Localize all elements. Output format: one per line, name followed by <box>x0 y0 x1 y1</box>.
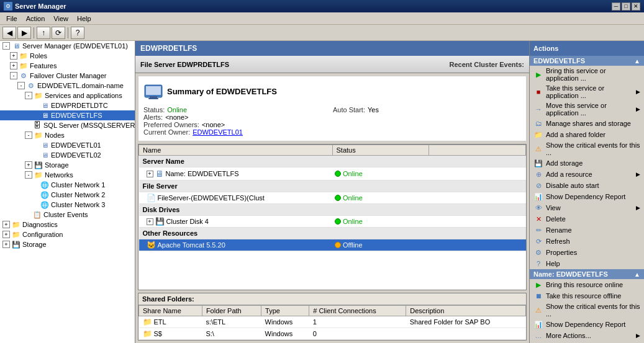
tree-item-net1[interactable]: 🌐 Cluster Network 1 <box>0 180 135 190</box>
resource-row-servername[interactable]: + 🖥 Name: EDWDEVETLFS Online <box>139 167 526 180</box>
sf-row-s[interactable]: 📁 S$ S:\ Windows 0 <box>139 328 526 340</box>
servername-text: Name: EDWDEVETLFS <box>166 170 239 177</box>
expand-icon-domain[interactable]: - <box>17 82 25 89</box>
action-refresh[interactable]: ⟳ Refresh <box>530 236 644 247</box>
resource-row-tomcat[interactable]: 🐱 Apache Tomcat 5.5.20 Offline <box>139 239 526 251</box>
action-view[interactable]: 👁 View ▶ <box>530 202 644 213</box>
refresh-toolbar-button[interactable]: ⟳ <box>52 27 65 39</box>
preferred-label: Preferred Owners: <box>143 121 199 128</box>
menu-view[interactable]: View <box>50 14 72 24</box>
expand-icon-configuration[interactable]: + <box>2 231 10 238</box>
tree-item-domain[interactable]: - ⚙ EDWDEVETL.domain-name <box>0 81 135 91</box>
resource-name-tomcat: 🐱 Apache Tomcat 5.5.20 <box>139 239 333 251</box>
action-more-actions[interactable]: … More Actions... ▶ <box>530 330 644 341</box>
expand-icon-failover[interactable]: - <box>10 72 17 79</box>
tree-item-sqlserver[interactable]: 🗄 SQL Server (MSSQLSERVER) <box>0 120 135 130</box>
maximize-button[interactable]: □ <box>622 2 630 11</box>
expand-icon-features[interactable]: + <box>10 62 17 69</box>
tree-item-diagnostics[interactable]: + 📁 Diagnostics <box>0 220 135 229</box>
expand-server-name[interactable]: + <box>147 171 153 177</box>
action-add-resource[interactable]: ⊕ Add a resource ▶ <box>530 169 644 180</box>
back-button[interactable]: ◀ <box>2 27 16 39</box>
expand-icon-networks[interactable]: - <box>25 171 32 179</box>
up-button[interactable]: ↑ <box>37 27 50 39</box>
sf-col-description: Description <box>406 305 526 316</box>
expand-disk[interactable]: + <box>147 218 153 225</box>
menu-action[interactable]: Action <box>22 14 49 24</box>
tree-label-roles: Roles <box>30 52 47 60</box>
tree-item-services[interactable]: - 📁 Services and applications <box>0 91 135 100</box>
tree-label-clusterevents: Cluster Events <box>43 211 88 218</box>
menu-file[interactable]: File <box>2 14 21 24</box>
expand-icon-storage-cluster[interactable]: + <box>25 161 32 169</box>
tree-item-root[interactable]: - 🖥 Server Manager (EDWDEVETL01) <box>0 41 135 51</box>
resource-name-disk: + 💾 Cluster Disk 4 <box>139 216 333 228</box>
action-properties[interactable]: ⚙ Properties <box>530 247 644 258</box>
tree-item-net2[interactable]: 🌐 Cluster Network 2 <box>0 190 135 200</box>
expand-icon-nodes[interactable]: - <box>25 131 32 139</box>
actions-section2-title[interactable]: Name: EDWDEVETLFS ▲ <box>530 269 644 279</box>
tree-item-roles[interactable]: + 📁 Roles <box>0 51 135 61</box>
resource-row-disk[interactable]: + 💾 Cluster Disk 4 Online <box>139 216 526 228</box>
dependency-resource-icon: 📊 <box>533 320 543 329</box>
tree-item-edwprdtc[interactable]: 🖥 EDWPRDETLDTC <box>0 100 135 110</box>
sf-icon-s: 📁 <box>143 329 152 338</box>
sf-col-path: Folder Path <box>202 305 261 316</box>
action-manage-shares[interactable]: 🗂 Manage shares and storage <box>530 118 644 129</box>
action-show-critical[interactable]: ⚠ Show the critical events for this ... <box>530 140 644 158</box>
tree-item-edwdevetlfs[interactable]: 🖥 EDWDEVETLFS <box>0 110 135 120</box>
action-show-dependency-resource[interactable]: 📊 Show Dependency Report <box>530 319 644 330</box>
action-help[interactable]: ? Help <box>530 258 644 269</box>
expand-icon-services[interactable]: - <box>25 92 32 99</box>
tree-item-features[interactable]: + 📁 Features <box>0 61 135 71</box>
take-offline-icon: ⏹ <box>533 292 543 300</box>
add-resource-arrow: ▶ <box>636 171 640 177</box>
db-icon-sqlserver: 🗄 <box>32 121 42 130</box>
expand-icon-roles[interactable]: + <box>10 52 17 60</box>
fs-header-right: Recent Cluster Events: <box>450 61 524 68</box>
status-offline-tomcat: Offline <box>335 241 427 249</box>
action-take-service[interactable]: ■ Take this service or application ... ▶ <box>530 83 644 100</box>
folder-icon-diagnostics: 📁 <box>11 220 21 229</box>
expand-icon-diagnostics[interactable]: + <box>2 221 10 228</box>
tree-item-networks[interactable]: - 📁 Networks <box>0 170 135 180</box>
help-toolbar-button[interactable]: ? <box>71 27 84 39</box>
close-button[interactable]: ✕ <box>632 2 640 11</box>
minimize-button[interactable]: ─ <box>612 2 620 11</box>
action-add-storage[interactable]: 💾 Add storage <box>530 158 644 169</box>
resource-row-fileserver[interactable]: 📄 FileServer-(EDWDEVETLFS)(Clust Online <box>139 192 526 204</box>
action-bring-service[interactable]: ▶ Bring this service or application ... <box>530 66 644 83</box>
action-rename[interactable]: ✏ Rename <box>530 225 644 236</box>
tree-item-node2[interactable]: 🖥 EDWDEVETL02 <box>0 150 135 160</box>
tree-item-configuration[interactable]: + 📁 Configuration <box>0 229 135 239</box>
section-diskdrives-label: Disk Drives <box>139 204 526 216</box>
tree-item-node1[interactable]: 🖥 EDWDEVETL01 <box>0 140 135 150</box>
action-disable-autostart[interactable]: ⊘ Disable auto start <box>530 180 644 191</box>
action-show-critical-resource[interactable]: ⚠ Show the critical events for this ... <box>530 301 644 319</box>
action-bring-resource-online[interactable]: ▶ Bring this resource online <box>530 279 644 290</box>
summary-row-preferred: Preferred Owners: <none> <box>143 121 332 128</box>
resource-status-fileserver: Online <box>332 192 429 204</box>
sf-row-etl[interactable]: 📁 ETL s:\ETL Windows 1 Shared Folder for… <box>139 316 526 328</box>
tree-item-net3[interactable]: 🌐 Cluster Network 3 <box>0 200 135 210</box>
section1-arrow-icon: ▲ <box>634 58 640 65</box>
action-delete[interactable]: ✕ Delete <box>530 213 644 225</box>
action-move-service[interactable]: → Move this service or application ... ▶ <box>530 100 644 118</box>
owner-value[interactable]: EDWDEVETL01 <box>193 128 243 136</box>
expand-icon-root[interactable]: - <box>2 42 10 50</box>
tree-item-clusterevents[interactable]: 📋 Cluster Events <box>0 210 135 220</box>
tree-item-storage-cluster[interactable]: + 💾 Storage <box>0 160 135 170</box>
tree-item-storage-top[interactable]: + 💾 Storage <box>0 239 135 249</box>
action-take-resource-offline[interactable]: ⏹ Take this resource offline <box>530 290 644 301</box>
folder-icon-roles: 📁 <box>19 51 29 60</box>
action-add-shared-folder[interactable]: 📁 Add a shared folder <box>530 129 644 140</box>
action-show-dependency[interactable]: 📊 Show Dependency Report <box>530 191 644 202</box>
forward-button[interactable]: ▶ <box>17 27 31 39</box>
tree-item-nodes[interactable]: - 📁 Nodes <box>0 130 135 140</box>
section-diskdrives: Disk Drives <box>139 204 526 216</box>
manage-icon: 🗂 <box>533 119 543 128</box>
actions-section1-title[interactable]: EDWDEVETLFS ▲ <box>530 56 644 66</box>
menu-help[interactable]: Help <box>73 14 95 24</box>
expand-icon-storage-top[interactable]: + <box>2 241 10 248</box>
tree-item-failover[interactable]: - ⚙ Failover Cluster Manager <box>0 71 135 81</box>
